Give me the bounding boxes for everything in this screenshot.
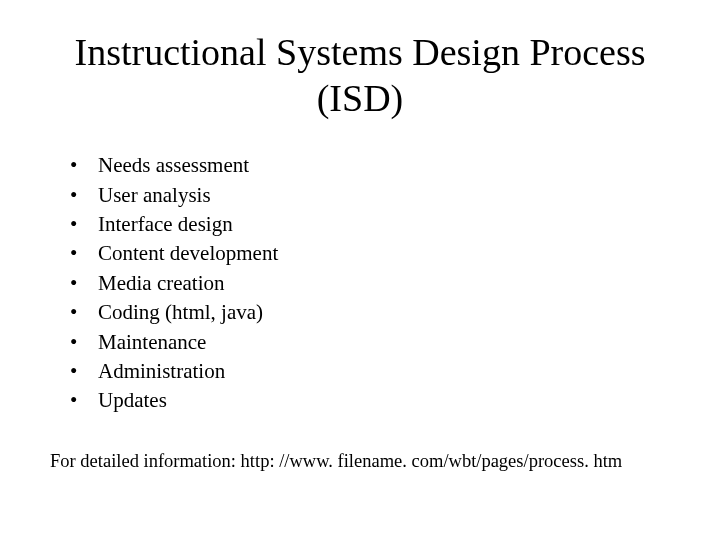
list-item: •Content development (70, 239, 670, 268)
list-item-label: Media creation (98, 269, 225, 298)
list-item: •Coding (html, java) (70, 298, 670, 327)
bullet-icon: • (70, 386, 98, 415)
bullet-icon: • (70, 269, 98, 298)
list-item-label: Maintenance (98, 328, 206, 357)
bullet-icon: • (70, 210, 98, 239)
list-item-label: User analysis (98, 181, 211, 210)
list-item-label: Needs assessment (98, 151, 249, 180)
bullet-icon: • (70, 181, 98, 210)
bullet-icon: • (70, 151, 98, 180)
list-item: •Interface design (70, 210, 670, 239)
bullet-icon: • (70, 328, 98, 357)
list-item: •Needs assessment (70, 151, 670, 180)
list-item-label: Administration (98, 357, 225, 386)
bullet-list: •Needs assessment •User analysis •Interf… (50, 151, 670, 416)
list-item-label: Coding (html, java) (98, 298, 263, 327)
footer-text: For detailed information: http: //www. f… (50, 451, 670, 472)
list-item: •Administration (70, 357, 670, 386)
slide-title: Instructional Systems Design Process (IS… (50, 30, 670, 121)
list-item-label: Updates (98, 386, 167, 415)
list-item: •User analysis (70, 181, 670, 210)
list-item: •Maintenance (70, 328, 670, 357)
list-item-label: Content development (98, 239, 278, 268)
list-item: •Media creation (70, 269, 670, 298)
bullet-icon: • (70, 357, 98, 386)
bullet-icon: • (70, 239, 98, 268)
list-item: •Updates (70, 386, 670, 415)
list-item-label: Interface design (98, 210, 233, 239)
bullet-icon: • (70, 298, 98, 327)
